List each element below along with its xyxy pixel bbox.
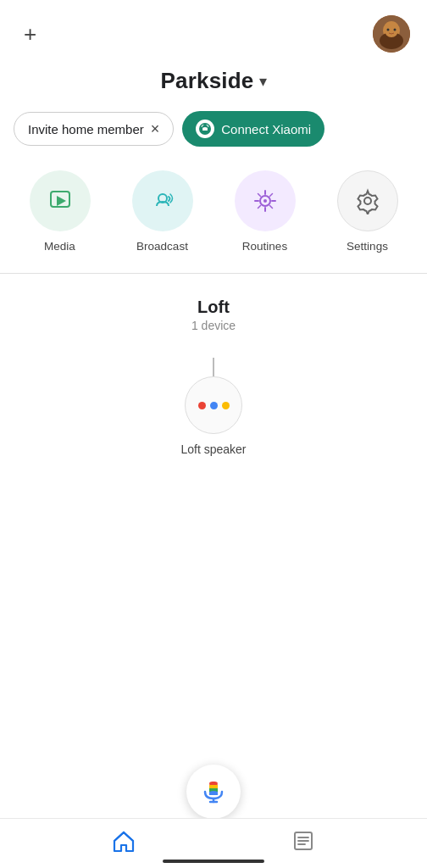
settings-icon-circle (337, 170, 398, 231)
room-device-count: 1 device (191, 319, 236, 332)
invite-pill-text: Invite home member (28, 122, 144, 136)
routines-label: Routines (242, 240, 287, 253)
home-title: Parkside (160, 68, 253, 94)
action-media[interactable]: Media (30, 170, 91, 253)
add-button[interactable]: + (17, 19, 43, 48)
svg-point-4 (387, 29, 390, 31)
home-nav-button[interactable] (112, 829, 136, 853)
dot-yellow (222, 402, 230, 409)
svg-line-20 (269, 194, 272, 197)
dot-red (198, 402, 206, 409)
connect-pill-text: Connect Xiaomi (221, 122, 311, 136)
invite-pill[interactable]: Invite home member × (14, 112, 174, 146)
section-divider (0, 273, 427, 274)
invite-pill-close-button[interactable]: × (151, 121, 160, 136)
actions-grid: Media Broadcast (0, 147, 427, 266)
device-grid: Loft speaker (0, 341, 427, 456)
svg-line-18 (258, 194, 260, 197)
dot-blue (210, 402, 218, 409)
svg-point-7 (202, 128, 204, 130)
device-item-loft-speaker[interactable]: Loft speaker (180, 358, 246, 456)
svg-rect-26 (209, 782, 218, 785)
svg-point-22 (364, 198, 371, 204)
media-icon-circle (30, 170, 91, 231)
speaker-wire (213, 358, 214, 376)
svg-line-19 (269, 206, 272, 209)
connect-xiaomi-icon (196, 120, 214, 138)
svg-marker-10 (57, 196, 66, 206)
svg-line-21 (258, 206, 260, 209)
room-section: Loft 1 device (0, 281, 427, 341)
svg-rect-27 (209, 785, 218, 788)
speaker-circle (185, 376, 242, 434)
title-row: Parkside ▾ (0, 61, 427, 111)
action-routines[interactable]: Routines (235, 170, 296, 253)
connect-pill[interactable]: Connect Xiaomi (182, 111, 324, 147)
action-settings[interactable]: Settings (337, 170, 398, 253)
broadcast-icon-circle (132, 170, 193, 231)
pills-row: Invite home member × Connect Xiaomi (0, 111, 427, 147)
action-broadcast[interactable]: Broadcast (132, 170, 193, 253)
list-nav-button[interactable] (291, 829, 315, 853)
header: + (0, 0, 427, 61)
svg-point-3 (385, 24, 398, 37)
svg-rect-30 (209, 791, 218, 795)
svg-point-5 (394, 29, 396, 31)
svg-point-13 (263, 199, 267, 203)
speaker-icon-wrap (185, 358, 242, 434)
room-name: Loft (197, 298, 230, 317)
dropdown-arrow-icon[interactable]: ▾ (259, 72, 267, 91)
routines-icon-circle (235, 170, 296, 231)
broadcast-label: Broadcast (136, 240, 188, 253)
device-label: Loft speaker (180, 442, 246, 456)
svg-point-8 (206, 128, 208, 130)
avatar[interactable] (373, 15, 410, 53)
settings-label: Settings (347, 240, 388, 253)
media-label: Media (44, 240, 75, 253)
bottom-home-indicator (163, 860, 264, 863)
mic-fab-button[interactable] (186, 765, 241, 819)
